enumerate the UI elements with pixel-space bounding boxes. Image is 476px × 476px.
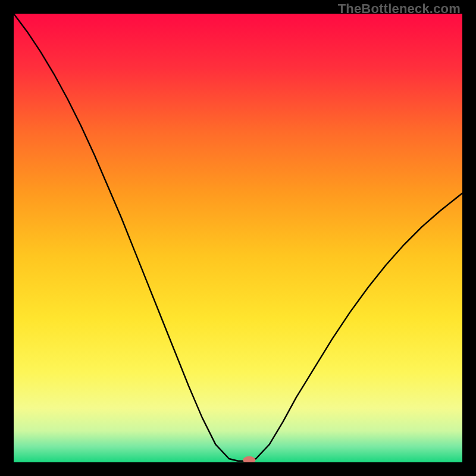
- plot-area: [14, 14, 462, 462]
- gradient-background: [14, 14, 462, 462]
- bottleneck-chart: [14, 14, 462, 462]
- chart-stage: TheBottleneck.com: [0, 0, 476, 476]
